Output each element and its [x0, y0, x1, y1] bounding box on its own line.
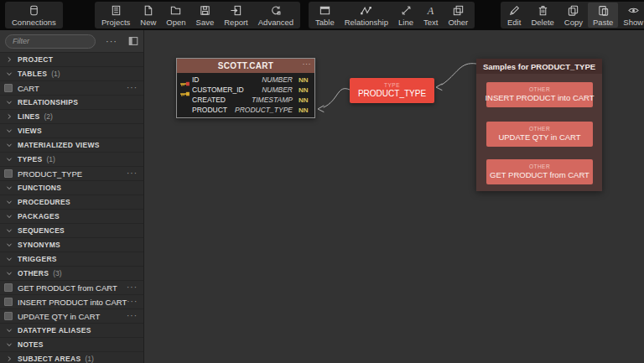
column-not-null-flag: NN [299, 106, 311, 114]
table-column-created[interactable]: CREATEDTIMESTAMPNN [177, 95, 314, 105]
show-button-label: Show [623, 18, 643, 27]
category-label: TABLES [18, 70, 47, 78]
category-count: (1) [51, 70, 60, 78]
sidebar-category-notes[interactable]: NOTES [0, 338, 143, 352]
item-menu-dots[interactable]: ··· [127, 85, 138, 91]
item-menu-dots[interactable]: ··· [127, 298, 138, 305]
sample-node-insert-product-into-cart[interactable]: OTHERINSERT PRODUCT into CART [486, 82, 593, 107]
category-label: RELATIONSHIPS [18, 98, 78, 106]
table-button[interactable]: Table [310, 3, 340, 28]
table-column-id[interactable]: IDNUMBERNN [177, 75, 314, 85]
show-button[interactable]: Show [618, 3, 644, 28]
save-button[interactable]: Save [191, 3, 220, 28]
advanced-button[interactable]: Advanced [253, 3, 299, 28]
connections-group: Connections [5, 2, 63, 29]
samples-header[interactable]: Samples for PRODUCT_TYPE [476, 59, 602, 74]
sidebar-category-others[interactable]: OTHERS(3) [0, 267, 143, 281]
sidebar-menu-button[interactable]: ··· [106, 37, 117, 45]
sample-node-name: GET PRODUCT from CART [490, 170, 589, 180]
report-icon [230, 4, 242, 17]
sample-node-get-product-from-cart[interactable]: OTHERGET PRODUCT from CART [486, 159, 593, 184]
show-eye-icon [627, 4, 640, 17]
sidebar-category-sequences[interactable]: SEQUENCES [0, 224, 143, 238]
sidebar-category-datatype-aliases[interactable]: DATATYPE ALIASES [0, 324, 143, 338]
sidebar-category-triggers[interactable]: TRIGGERS [0, 252, 143, 267]
paste-button[interactable]: Paste [588, 3, 618, 28]
object-swatch-icon [4, 169, 13, 178]
sidebar-item-get-product-from-cart[interactable]: GET PRODUCT from CART··· [0, 281, 143, 295]
sidebar-category-tables[interactable]: TABLES(1) [0, 67, 143, 81]
type-node-product-type[interactable]: TYPE PRODUCT_TYPE [350, 78, 434, 103]
text-button[interactable]: AText [418, 3, 443, 28]
sidebar-category-packages[interactable]: PACKAGES [0, 210, 143, 224]
paste-icon [597, 4, 610, 17]
sidebar-item-update-qty-in-cart[interactable]: UPDATE QTY in CART··· [0, 309, 143, 324]
category-label: MATERIALIZED VIEWS [18, 141, 100, 149]
copy-icon [567, 4, 579, 17]
copy-button[interactable]: Copy [559, 3, 588, 28]
sidebar-category-lines[interactable]: LINES(2) [0, 110, 143, 124]
object-swatch-icon [4, 312, 13, 320]
item-label: INSERT PRODUCT into CART [18, 298, 127, 307]
object-tree: PROJECTTABLES(1)CART···RELATIONSHIPSLINE… [0, 53, 143, 363]
projects-button[interactable]: Projects [96, 3, 135, 28]
delete-trash-icon [537, 4, 549, 17]
column-datatype: NUMBER [262, 75, 293, 84]
table-menu-dots[interactable]: ··· [303, 60, 312, 68]
diagram-canvas[interactable]: SCOTT.CART ··· IDNUMBERNNCUSTOMER_IDNUMB… [144, 30, 644, 363]
item-menu-dots[interactable]: ··· [127, 170, 138, 177]
table-node-scott-cart[interactable]: SCOTT.CART ··· IDNUMBERNNCUSTOMER_IDNUMB… [176, 58, 315, 118]
category-label: SYNONYMS [18, 241, 60, 249]
table-column-product[interactable]: PRODUCTPRODUCT_TYPENN [177, 105, 314, 115]
open-button[interactable]: Open [161, 3, 190, 28]
report-button[interactable]: Report [219, 3, 253, 28]
edit-button[interactable]: Edit [502, 3, 526, 28]
delete-button[interactable]: Delete [526, 3, 558, 28]
table-header[interactable]: SCOTT.CART ··· [177, 59, 314, 73]
chevron-down-icon [5, 141, 13, 149]
column-name: CUSTOMER_ID [192, 86, 262, 94]
connections-button[interactable]: Connections [7, 3, 61, 28]
relationship-button[interactable]: Relationship [340, 3, 393, 28]
item-menu-dots[interactable]: ··· [127, 313, 138, 319]
chevron-down-icon [5, 226, 13, 235]
category-count: (2) [44, 112, 53, 121]
chevron-down-icon [5, 98, 13, 106]
toggle-panel-icon[interactable] [127, 35, 139, 47]
category-label: NOTES [18, 340, 44, 349]
sidebar-category-project[interactable]: PROJECT [0, 53, 143, 67]
connector-samples-to-product-type [442, 64, 476, 85]
sample-node-update-qty-in-cart[interactable]: OTHERUPDATE QTY in CART [486, 122, 593, 147]
save-icon [199, 4, 211, 17]
new-button[interactable]: New [135, 3, 161, 28]
samples-container[interactable]: Samples for PRODUCT_TYPE OTHERINSERT PRO… [476, 59, 602, 191]
chevron-right-icon [5, 55, 13, 64]
column-not-null-flag: NN [299, 86, 311, 94]
item-menu-dots[interactable]: ··· [127, 284, 138, 291]
sidebar-item-product-type[interactable]: PRODUCT_TYPE··· [0, 167, 143, 181]
sidebar-category-relationships[interactable]: RELATIONSHIPS [0, 96, 143, 110]
chevron-down-icon [5, 155, 13, 163]
sidebar-category-materialized-views[interactable]: MATERIALIZED VIEWS [0, 138, 143, 153]
sidebar-category-subject-areas[interactable]: SUBJECT AREAS(1) [0, 352, 143, 363]
projects-button-label: Projects [101, 18, 130, 27]
category-label: OTHERS [18, 269, 49, 277]
sidebar-category-functions[interactable]: FUNCTIONS [0, 181, 143, 195]
sidebar-category-types[interactable]: TYPES(1) [0, 153, 143, 167]
filter-input[interactable] [5, 34, 96, 49]
other-button[interactable]: Other [443, 3, 473, 28]
line-button[interactable]: Line [393, 3, 418, 28]
advanced-button-label: Advanced [258, 18, 293, 27]
connector-arrowhead [318, 106, 324, 112]
column-name: CREATED [192, 96, 252, 104]
table-columns: IDNUMBERNNCUSTOMER_IDNUMBERNNCREATEDTIME… [177, 73, 314, 117]
sidebar-category-procedures[interactable]: PROCEDURES [0, 195, 143, 210]
connector-arrowhead [436, 84, 442, 91]
sidebar-category-views[interactable]: VIEWS [0, 124, 143, 138]
sidebar-item-insert-product-into-cart[interactable]: INSERT PRODUCT into CART··· [0, 295, 143, 309]
sidebar-category-synonyms[interactable]: SYNONYMS [0, 238, 143, 252]
table-column-customer-id[interactable]: CUSTOMER_IDNUMBERNN [177, 85, 314, 95]
new-button-label: New [140, 18, 156, 27]
category-label: PROJECT [18, 55, 53, 64]
sidebar-item-cart[interactable]: CART··· [0, 81, 143, 96]
